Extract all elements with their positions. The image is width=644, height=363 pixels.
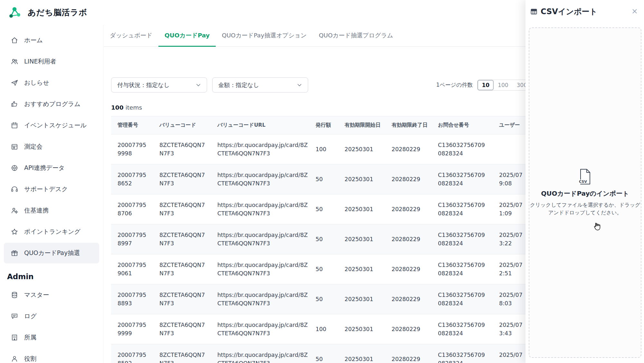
table-cell-line: 20007795 xyxy=(118,291,154,299)
sidebar-item-label: QUOカードPay抽選 xyxy=(24,249,80,257)
table-cell-start: 20250301 xyxy=(345,224,392,254)
page-size-control: 1ページの件数 10 100 300 xyxy=(436,80,532,91)
gift-icon xyxy=(10,249,19,257)
table-cell-end: 20280229 xyxy=(392,164,438,194)
table-cell-line: 0828324 xyxy=(438,299,493,308)
table-cell-line: 20007795 xyxy=(118,351,154,359)
app-logo-icon xyxy=(8,6,21,19)
sidebar-item-label: ホーム xyxy=(24,36,43,44)
table-cell-end: 20280229 xyxy=(392,254,438,284)
table-header-cell: バリューコードURL xyxy=(217,116,316,134)
amount-filter-select[interactable]: 金額：指定なし xyxy=(212,77,308,93)
sidebar-item[interactable]: サポートデスク xyxy=(4,179,99,200)
table-cell-amount: 50 xyxy=(316,254,345,284)
table-cell-id: 200077959061 xyxy=(111,254,159,284)
page-size-group: 10 100 300 xyxy=(477,80,532,91)
table-cell-line: 20007795 xyxy=(118,201,154,209)
tab[interactable]: ダッシュボード xyxy=(104,25,158,47)
app-title: あだち脳活ラボ xyxy=(28,7,87,18)
sidebar-item[interactable]: LINE利用者 xyxy=(4,51,99,72)
sidebar-item[interactable]: マスター xyxy=(4,285,99,305)
table-cell-url: https://br.quocardpay.jp/card/8ZCTETA6QQ… xyxy=(217,254,316,284)
svg-text:CSV: CSV xyxy=(579,180,587,184)
close-button[interactable] xyxy=(630,7,639,15)
table-cell-line: CTETA6QQN7N7F3 xyxy=(217,239,310,248)
table-cell-line: N7F3 xyxy=(159,149,212,158)
table-cell-line: 8ZCTETA6QQN7 xyxy=(159,261,212,269)
table-icon xyxy=(530,8,538,15)
tab[interactable]: QUOカード抽選プログラム xyxy=(313,25,399,47)
star-icon xyxy=(10,228,19,236)
table-cell-line: https://br.quocardpay.jp/card/8Z xyxy=(217,291,310,299)
chat-icon xyxy=(10,312,19,320)
table-cell-code: 8ZCTETA6QQN7N7F3 xyxy=(159,344,217,363)
status-filter-select[interactable]: 付与状況：指定なし xyxy=(111,77,207,93)
sidebar-item[interactable]: ポイントランキング xyxy=(4,221,99,242)
csv-file-icon: CSV xyxy=(578,169,592,185)
admin-section-label: Admin xyxy=(0,264,103,285)
chevron-down-icon xyxy=(195,82,202,88)
table-cell-line: 9999 xyxy=(118,329,154,338)
building-icon xyxy=(10,333,19,342)
sidebar-item-label: 住基連携 xyxy=(24,206,49,215)
sidebar-item[interactable]: ホーム xyxy=(4,30,99,51)
sidebar-item[interactable]: 所属 xyxy=(4,327,99,348)
sidebar-item[interactable]: おすすめプログラム xyxy=(4,94,99,114)
table-cell-start: 20250301 xyxy=(345,344,392,363)
table-cell-end: 20280229 xyxy=(392,134,438,164)
table-cell-amount: 50 xyxy=(316,164,345,194)
items-count-label: items xyxy=(126,104,142,111)
table-cell-line: 20007795 xyxy=(118,321,154,329)
table-cell-line: 20007795 xyxy=(118,261,154,269)
table-header-cell: 有効期限開始日 xyxy=(345,116,392,134)
table-cell-start: 20250301 xyxy=(345,194,392,224)
sidebar-item[interactable]: イベントスケジュール xyxy=(4,115,99,136)
table-cell-end: 20280229 xyxy=(392,224,438,254)
sidebar-item[interactable]: ログ xyxy=(4,306,99,327)
table-cell-id: 200077958706 xyxy=(111,194,159,224)
table-cell-end: 20280229 xyxy=(392,314,438,344)
table-cell-line: 8592 xyxy=(118,359,154,363)
calendar-event-icon xyxy=(10,142,19,151)
table-cell-line: 20007795 xyxy=(118,141,154,149)
sidebar-item-label: おしらせ xyxy=(24,79,49,87)
sidebar-item[interactable]: 住基連携 xyxy=(4,200,99,221)
sidebar-item[interactable]: 役割 xyxy=(4,348,99,363)
sidebar-item[interactable]: API連携データ xyxy=(4,158,99,178)
status-filter-value: 付与状況：指定なし xyxy=(117,81,170,89)
page-size-option[interactable]: 10 xyxy=(478,80,494,90)
home-icon xyxy=(10,36,19,44)
table-cell-url: https://br.quocardpay.jp/card/8ZCTETA6QQ… xyxy=(217,314,316,344)
table-cell-line: https://br.quocardpay.jp/card/8Z xyxy=(217,171,310,179)
table-cell-line: N7F3 xyxy=(159,179,212,188)
sidebar-item-label: 測定会 xyxy=(24,142,43,151)
table-cell-line: N7F3 xyxy=(159,239,212,248)
csv-import-panel: CSVインポート CSV QUOカードPayのインポート クリックしてファイルを… xyxy=(526,0,644,363)
page-size-label: 1ページの件数 xyxy=(436,81,473,89)
headset-icon xyxy=(10,185,19,193)
person-icon xyxy=(10,355,19,363)
page-size-option[interactable]: 100 xyxy=(494,80,512,90)
table-cell-start: 20250301 xyxy=(345,284,392,314)
table-header-cell: 管理番号 xyxy=(111,116,159,134)
items-count-number: 100 xyxy=(111,104,124,111)
table-cell-code: 8ZCTETA6QQN7N7F3 xyxy=(159,254,217,284)
table-cell-id: 200077958997 xyxy=(111,224,159,254)
tab[interactable]: QUOカードPay xyxy=(158,25,216,47)
dropzone-description-line1: クリックしてファイルを選択するか、ドラッグ xyxy=(530,202,640,208)
table-cell-code: 8ZCTETA6QQN7N7F3 xyxy=(159,164,217,194)
table-cell-start: 20250301 xyxy=(345,254,392,284)
table-cell-line: CTETA6QQN7N7F3 xyxy=(217,269,310,278)
tab[interactable]: QUOカードPay抽選オプション xyxy=(216,25,313,47)
sidebar-item[interactable]: 測定会 xyxy=(4,136,99,157)
table-cell-line: CTETA6QQN7N7F3 xyxy=(217,299,310,308)
table-cell-code: 8ZCTETA6QQN7N7F3 xyxy=(159,314,217,344)
table-cell-url: https://br.quocardpay.jp/card/8ZCTETA6QQ… xyxy=(217,134,316,164)
sidebar-item[interactable]: おしらせ xyxy=(4,73,99,93)
table-cell-amount: 50 xyxy=(316,194,345,224)
csv-dropzone[interactable]: CSV QUOカードPayのインポート クリックしてファイルを選択するか、ドラッ… xyxy=(529,27,641,358)
table-cell-inquiry: C1360327567090828324 xyxy=(438,344,499,363)
sidebar-item[interactable]: QUOカードPay抽選 xyxy=(4,243,99,263)
table-cell-line: 0828324 xyxy=(438,269,493,278)
sidebar-item-label: 所属 xyxy=(24,333,36,342)
